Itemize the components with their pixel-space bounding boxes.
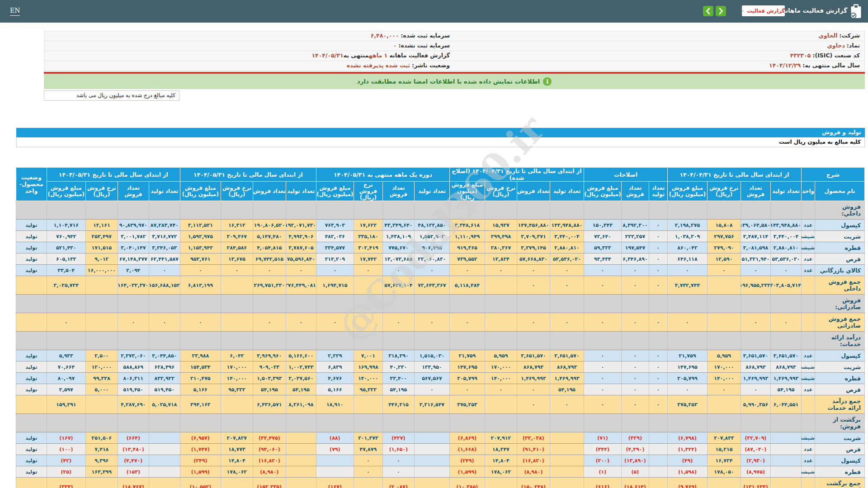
language-toggle[interactable]: EN [10, 7, 20, 16]
previous-report-button[interactable] [703, 6, 713, 16]
value-cell [354, 295, 382, 313]
status-cell [16, 478, 47, 488]
value-cell: ۳,۷۰۹,۳۷۱ [517, 231, 550, 242]
value-cell: ۰ [667, 265, 707, 276]
value-cell [118, 201, 149, 220]
value-cell: ۳,۰۰۱,۷۸۲ [118, 231, 149, 242]
unit-cell [801, 414, 815, 432]
value-cell [354, 414, 382, 432]
value-cell [414, 201, 449, 220]
value-cell: ۹۳,۴۳۴ [584, 253, 621, 265]
value-cell [286, 201, 316, 220]
value-cell: ۲۶۹,۷۵۱,۳۳۰ [253, 276, 286, 295]
value-cell [621, 414, 649, 432]
value-cell: ۰ [382, 265, 414, 276]
top-bar: گزارش فعالیت ماهانه گزارش فعالیت EN [0, 0, 868, 23]
value-cell: ۰ [649, 253, 667, 265]
value-cell: ۰ [286, 313, 316, 332]
value-cell [118, 332, 149, 350]
value-cell: ۱۶۴,۰۳۲,۳۷۰ [118, 276, 149, 295]
info-field: وضعیت ناشر: ثبت شده پذیرفته نشده [44, 61, 454, 70]
value-cell [85, 201, 118, 220]
unit-cell: شیشه [801, 432, 815, 444]
column-g2-0: تعداد تولید [550, 182, 584, 201]
value-cell: ۰ [550, 395, 584, 414]
column-ge-2: مبلغ فروش (میلیون ریال) [584, 182, 621, 201]
value-cell: ۰ [741, 384, 770, 395]
value-cell: ۳۰۲,۴۱۹ [354, 242, 382, 253]
value-cell [354, 478, 382, 488]
value-cell: ۷,۰۰۱ [354, 350, 382, 361]
value-cell: (۱,۵۹۸) [667, 466, 707, 478]
value-cell: ۰ [584, 265, 621, 276]
product-name-cell: برگشت از فروش: [815, 414, 865, 432]
value-cell: ۲,۲۱۶,۵۴۷ [414, 395, 449, 414]
value-cell [286, 444, 316, 455]
value-cell: (۳۳,۴۷۵) [253, 432, 286, 444]
product-name-cell: قطره [815, 466, 865, 478]
value-cell: ۴۴۶,۲۱۵ [382, 395, 414, 414]
next-report-button[interactable] [716, 6, 726, 16]
value-cell: ۰ [485, 265, 517, 276]
value-cell: (۱۰,۳۸۵) [449, 478, 485, 488]
value-cell [649, 455, 667, 466]
value-cell [517, 201, 550, 220]
value-cell: (۲,۰۸۷) [382, 478, 414, 488]
value-cell [221, 201, 253, 220]
value-cell [149, 295, 180, 313]
value-cell: ۵,۰۲۵,۷۱۸ [149, 395, 180, 414]
status-cell: تولید [16, 466, 47, 478]
value-cell: ۲۲۲,۲۵۷ [621, 231, 649, 242]
value-cell [180, 332, 221, 350]
value-cell: ۲۲,۰۶۰,۸۲۰ [414, 253, 449, 265]
value-cell: ۰ [649, 276, 667, 295]
value-cell [550, 444, 584, 455]
value-cell [149, 432, 180, 444]
value-cell: ۱۶,۳۱۲ [221, 220, 253, 231]
value-cell [286, 414, 316, 432]
value-cell [485, 395, 517, 414]
value-cell: ۰ [621, 276, 649, 295]
value-cell: ۱۷۰,۰۰۰ [485, 361, 517, 373]
value-cell: ۸۰,۰۹۷ [47, 373, 85, 384]
info-icon: i [543, 77, 552, 86]
value-cell: ۲,۳۷۳,۰۶۰ [118, 350, 149, 361]
value-cell: ۱۴,۸۰۴ [485, 455, 517, 466]
value-cell: (۴,۳۹۰) [621, 444, 649, 455]
value-cell: ۱۵۰,۳۴۳ [584, 220, 621, 231]
value-cell [770, 295, 801, 313]
value-cell [770, 432, 801, 444]
value-cell [382, 332, 414, 350]
value-cell [85, 414, 118, 432]
column-status-header: وضعیت محصول- واحد [16, 168, 47, 201]
column-g4-3: مبلغ فروش (میلیون ریال) [180, 182, 221, 201]
info-row: شرکت: الحاويسرمایه ثبت شده: ۶,۴۸۰,۰۰۰ [44, 31, 864, 41]
status-cell [16, 414, 47, 432]
value-cell: ۶,۸۳۹ [316, 361, 354, 373]
value-cell: ۱,۴۶۹,۹۹۳ [741, 373, 770, 384]
value-cell [414, 414, 449, 432]
value-cell [449, 332, 485, 350]
value-cell: ۳,۲۴۶,۰۵۳ [149, 242, 180, 253]
value-cell: ۱,۵۰۳,۳۹۳ [253, 373, 286, 384]
value-cell: (۱,۵۹۹) [180, 466, 221, 478]
value-cell: (۱,۵۹۹) [449, 466, 485, 478]
value-cell: (۳۳,۰۳۸) [517, 432, 550, 444]
product-name-cell: درآمد ارائه خدمات: [815, 332, 865, 350]
table-row-product: شربتشیشه۸۶۸,۷۹۳۸۶۸,۷۹۳۱۷۰,۰۰۰۱۴۷,۶۹۵۰۰۰۸… [16, 361, 864, 373]
value-cell: ۰ [354, 466, 382, 478]
status-cell [16, 201, 47, 220]
value-cell: ۱۴۰,۰۰۰ [221, 373, 253, 384]
info-value: ۰ [393, 42, 397, 49]
status-cell: تولید [16, 455, 47, 466]
value-cell [354, 395, 382, 414]
value-cell: ۱۸,۲۴۷ [485, 444, 517, 455]
value-cell: ۳۳,۵۰۴ [47, 265, 85, 276]
value-cell: ۴۷,۸۷۹ [354, 444, 382, 455]
value-cell: (۱۰,۵۵۲) [180, 478, 221, 488]
report-type-dropdown[interactable]: گزارش فعالیت [742, 5, 785, 16]
value-cell: (۴,۴۷۰) [118, 455, 149, 466]
value-cell: (۱۳۱,۶۳۴) [741, 478, 770, 488]
value-cell: ۸۶۰,۰۴۲ [667, 242, 707, 253]
value-cell: ۵,۱۶۶ [316, 384, 354, 395]
